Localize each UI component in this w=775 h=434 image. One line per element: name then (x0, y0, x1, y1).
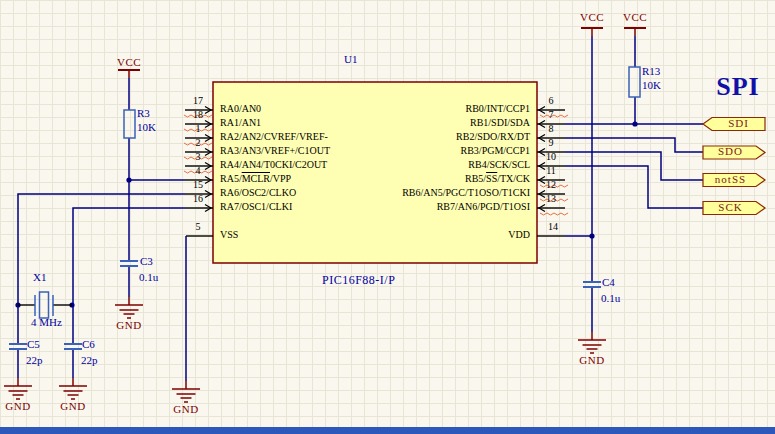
pin-number: 5 (183, 222, 213, 232)
c6-value[interactable]: 22p (81, 355, 98, 366)
capacitor-c6[interactable] (64, 344, 82, 349)
vcc-symbol-right-2[interactable] (624, 28, 646, 36)
gnd-symbol-vss[interactable] (172, 381, 200, 402)
gnd-label: GND (53, 401, 93, 412)
pin-label-ra2: RA2/AN2/CVREF/VREF- (220, 132, 328, 142)
capacitor-c5[interactable] (9, 344, 27, 349)
pin-label-rb3: RB3/PGM/CCP1 (461, 146, 530, 156)
pin-label-rb5: RB5/SS/TX/CK (465, 174, 530, 184)
pin-label-ra4: RA4/AN4/T0CKI/C2OUT (220, 160, 327, 170)
bus-title: SPI (705, 74, 771, 100)
c3-value[interactable]: 0.1u (139, 272, 158, 283)
pin-label-rb7: RB7/AN6/PGD/T1OSI (437, 202, 530, 212)
ic-part-number[interactable]: PIC16F88-I/P (322, 274, 395, 286)
pin-label-vss: VSS (220, 230, 238, 240)
gnd-label: GND (166, 404, 206, 415)
pin-number: 15 (183, 180, 213, 190)
pin-number: 4 (183, 166, 213, 176)
c6-designator[interactable]: C6 (82, 339, 95, 350)
vcc-label: VCC (615, 12, 655, 23)
pin-label-rb2: RB2/SDO/RX/DT (456, 132, 530, 142)
port-sck-label: SCK (703, 202, 758, 213)
vcc-label: VCC (109, 57, 149, 68)
pin-number: 9 (536, 138, 566, 148)
gnd-label: GND (0, 401, 38, 412)
resistor-r3[interactable] (124, 110, 135, 138)
c5-value[interactable]: 22p (26, 355, 43, 366)
vcc-symbol-left[interactable] (118, 70, 140, 78)
pin-label-rb6: RB6/AN5/PGC/T1OSO/T1CKI (402, 188, 530, 198)
capacitor-c4[interactable] (583, 282, 601, 287)
pin-label-rb1: RB1/SDI/SDA (470, 118, 530, 128)
pin-label-rb4: RB4/SCK/SCL (468, 160, 530, 170)
pin-number: 12 (536, 180, 566, 190)
pin-label-ra1: RA1/AN1 (220, 118, 261, 128)
port-sdo-label: SDO (703, 146, 758, 157)
pin-number: 17 (183, 96, 213, 106)
gnd-label: GND (109, 320, 149, 331)
r13-value[interactable]: 10K (642, 80, 661, 91)
pin-number: 7 (536, 110, 566, 120)
vcc-symbol-right-1[interactable] (581, 28, 603, 36)
pin-label-ra3: RA3/AN3/VREF+/C1OUT (220, 146, 330, 156)
schematic-sheet: U1 PIC16F88-I/P RA0/AN0 RA1/AN1 RA2/AN2/… (0, 0, 775, 434)
window-bottom-bar (0, 427, 775, 434)
pin-number: 2 (183, 138, 213, 148)
pin-number: 1 (183, 124, 213, 134)
pin-number: 13 (536, 194, 566, 204)
c4-value[interactable]: 0.1u (601, 293, 620, 304)
pin-label-ra5: RA5/MCLR/VPP (220, 174, 291, 184)
gnd-symbol-c6[interactable] (59, 378, 87, 399)
c3-designator[interactable]: C3 (140, 256, 153, 267)
pin-label-ra7: RA7/OSC1/CLKI (220, 202, 292, 212)
pin-label-vdd: VDD (508, 230, 530, 240)
pin-number: 14 (538, 222, 568, 232)
pin-label-ra0: RA0/AN0 (220, 104, 261, 114)
gnd-symbol-c3[interactable] (115, 297, 143, 318)
pin-number: 11 (536, 166, 566, 176)
port-sdi-label: SDI (711, 118, 766, 129)
r13-designator[interactable]: R13 (642, 66, 660, 77)
c4-designator[interactable]: C4 (602, 277, 615, 288)
r3-designator[interactable]: R3 (137, 108, 150, 119)
gnd-label: GND (572, 355, 612, 366)
r3-value[interactable]: 10K (137, 122, 156, 133)
pin-number: 6 (536, 96, 566, 106)
gnd-symbol-c5[interactable] (4, 378, 32, 399)
x1-value[interactable]: 4 MHz (31, 317, 62, 328)
pin-number: 16 (183, 194, 213, 204)
vcc-label: VCC (572, 12, 612, 23)
pin-label-ra6: RA6/OSC2/CLKO (220, 188, 296, 198)
ic-designator[interactable]: U1 (344, 54, 357, 65)
pin-number: 10 (536, 152, 566, 162)
c5-designator[interactable]: C5 (27, 339, 40, 350)
resistor-r13[interactable] (629, 67, 640, 97)
pin-number: 18 (183, 110, 213, 120)
crystal-x1[interactable] (18, 292, 72, 318)
port-notss-label: notSS (703, 174, 758, 185)
pin-number: 3 (183, 152, 213, 162)
gnd-symbol-c4[interactable] (578, 332, 606, 353)
pin-label-rb0: RB0/INT/CCP1 (466, 104, 530, 114)
capacitor-c3[interactable] (120, 261, 138, 266)
pin-number: 8 (536, 124, 566, 134)
x1-designator[interactable]: X1 (33, 272, 46, 283)
